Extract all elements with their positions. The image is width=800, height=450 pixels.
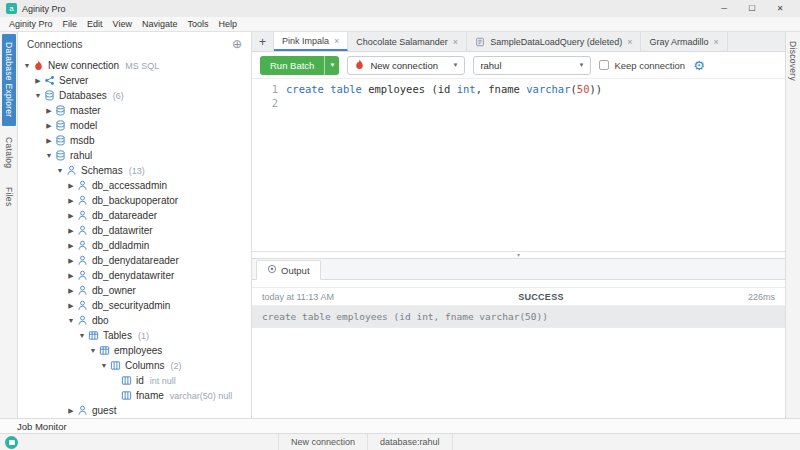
rail-tab-discovery[interactable]: Discovery — [787, 35, 799, 87]
tree-item-db-datawriter[interactable]: ▶db_datawriter — [18, 223, 251, 238]
database-icon — [54, 150, 67, 162]
rail-tab-catalog[interactable]: Catalog — [2, 129, 16, 176]
tree-item-db-backupoperator[interactable]: ▶db_backupoperator — [18, 193, 251, 208]
output-tab[interactable]: Output — [256, 260, 321, 280]
schema-icon — [76, 240, 89, 252]
tree-item-schemas[interactable]: ▼Schemas(13) — [18, 163, 251, 178]
tree-item-dbo[interactable]: ▼dbo — [18, 313, 251, 328]
database-select[interactable]: rahul ▼ — [473, 56, 591, 75]
menu-navigate[interactable]: Navigate — [137, 19, 183, 29]
tab-close-icon[interactable]: × — [714, 37, 719, 47]
expander-icon[interactable]: ▼ — [88, 347, 98, 354]
expander-icon[interactable]: ▼ — [66, 317, 76, 324]
tree-item-employees[interactable]: ▼employees — [18, 343, 251, 358]
tree-item-label: dbo — [92, 315, 109, 326]
expander-icon[interactable]: ▶ — [66, 212, 76, 220]
tree-item-columns[interactable]: ▼Columns(2) — [18, 358, 251, 373]
editor-tab-sampledataloadquery-deleted[interactable]: SampleDataLoadQuery (deleted)× — [467, 32, 641, 51]
expander-icon[interactable]: ▶ — [66, 302, 76, 310]
output-panel: Output today at 11:13 AMSUCCESS226mscrea… — [252, 258, 785, 418]
minimize-button[interactable]: ─ — [710, 0, 738, 17]
entry-sql-text: create table employees (id int, fname va… — [252, 306, 785, 327]
expander-icon[interactable]: ▼ — [77, 332, 87, 339]
tree-item-label: db_datawriter — [92, 225, 153, 236]
expander-icon[interactable]: ▶ — [66, 287, 76, 295]
run-batch-button[interactable]: Run Batch — [260, 56, 324, 75]
job-monitor-label: Job Monitor — [17, 421, 67, 432]
output-target-icon — [267, 264, 277, 276]
table-icon — [98, 345, 111, 357]
expander-icon[interactable]: ▼ — [55, 167, 65, 174]
job-status-indicator[interactable] — [5, 436, 18, 449]
tree-item-db-ddladmin[interactable]: ▶db_ddladmin — [18, 238, 251, 253]
menu-aginity-pro[interactable]: Aginity Pro — [4, 19, 58, 29]
tree-item-db-accessadmin[interactable]: ▶db_accessadmin — [18, 178, 251, 193]
connections-header: Connections ⊕ — [18, 32, 251, 56]
tree-item-guest[interactable]: ▶guest — [18, 403, 251, 418]
rail-tab-files[interactable]: Files — [2, 179, 16, 214]
entry-duration: 226ms — [748, 292, 775, 302]
job-monitor-bar[interactable]: Job Monitor — [0, 418, 800, 433]
tree-item-db-denydatawriter[interactable]: ▶db_denydatawriter — [18, 268, 251, 283]
expander-icon[interactable]: ▶ — [44, 107, 54, 115]
tab-close-icon[interactable]: × — [453, 37, 458, 47]
tree-item-id[interactable]: idint null — [18, 373, 251, 388]
menu-view[interactable]: View — [108, 19, 137, 29]
expander-icon[interactable]: ▶ — [44, 122, 54, 130]
expander-icon[interactable]: ▶ — [66, 182, 76, 190]
tree-item-tables[interactable]: ▼Tables(1) — [18, 328, 251, 343]
expander-icon[interactable]: ▼ — [99, 362, 109, 369]
output-entry[interactable]: today at 11:13 AMSUCCESS226mscreate tabl… — [252, 287, 785, 328]
expander-icon[interactable]: ▶ — [66, 197, 76, 205]
expander-icon[interactable]: ▼ — [22, 62, 32, 69]
tree-item-db-securityadmin[interactable]: ▶db_securityadmin — [18, 298, 251, 313]
expander-icon[interactable]: ▶ — [33, 77, 43, 85]
editor-area: + Pink Impala×Chocolate Salamander×Sampl… — [252, 32, 785, 418]
schema-icon — [76, 195, 89, 207]
maximize-button[interactable]: ☐ — [738, 0, 766, 17]
expander-icon[interactable]: ▶ — [66, 272, 76, 280]
database-select-value: rahul — [480, 60, 501, 71]
tree-item-suffix: (13) — [129, 166, 145, 176]
tree-item-new-connection[interactable]: ▼New connectionMS SQL — [18, 58, 251, 73]
menu-help[interactable]: Help — [213, 19, 242, 29]
new-tab-button[interactable]: + — [252, 32, 274, 51]
expander-icon[interactable]: ▶ — [66, 407, 76, 415]
tree-item-db-denydatareader[interactable]: ▶db_denydatareader — [18, 253, 251, 268]
tree-item-model[interactable]: ▶model — [18, 118, 251, 133]
menu-edit[interactable]: Edit — [82, 19, 108, 29]
tab-close-icon[interactable]: × — [334, 36, 339, 46]
tab-close-icon[interactable]: × — [627, 37, 632, 47]
code-area[interactable]: create table employees (id int, fname va… — [286, 79, 785, 251]
add-connection-button[interactable]: ⊕ — [232, 38, 242, 50]
editor-tab-pink-impala[interactable]: Pink Impala× — [274, 32, 348, 51]
tree-item-server[interactable]: ▶Server — [18, 73, 251, 88]
code-line — [286, 96, 785, 110]
keep-connection-checkbox[interactable] — [599, 60, 609, 70]
editor-tab-gray-armadillo[interactable]: Gray Armadillo× — [641, 32, 727, 51]
tree-item-fname[interactable]: fnamevarchar(50) null — [18, 388, 251, 403]
tree-item-master[interactable]: ▶master — [18, 103, 251, 118]
connection-icon — [32, 60, 45, 72]
tree-item-db-datareader[interactable]: ▶db_datareader — [18, 208, 251, 223]
run-batch-dropdown-icon[interactable]: ▼ — [324, 56, 339, 75]
tree-item-db-owner[interactable]: ▶db_owner — [18, 283, 251, 298]
server-icon — [43, 75, 56, 87]
editor-tab-chocolate-salamander[interactable]: Chocolate Salamander× — [348, 32, 467, 51]
tree-item-rahul[interactable]: ▼rahul — [18, 148, 251, 163]
tree-item-databases[interactable]: ▼Databases(6) — [18, 88, 251, 103]
expander-icon[interactable]: ▶ — [66, 227, 76, 235]
connection-select[interactable]: New connection ▼ — [347, 56, 465, 75]
expander-icon[interactable]: ▶ — [66, 242, 76, 250]
menu-tools[interactable]: Tools — [182, 19, 213, 29]
expander-icon[interactable]: ▶ — [44, 137, 54, 145]
menu-file[interactable]: File — [58, 19, 83, 29]
expander-icon[interactable]: ▼ — [33, 92, 43, 99]
editor-output-splitter[interactable]: ▾ — [252, 251, 785, 258]
settings-gear-icon[interactable]: ⚙ — [693, 59, 705, 72]
tree-item-msdb[interactable]: ▶msdb — [18, 133, 251, 148]
expander-icon[interactable]: ▼ — [44, 152, 54, 159]
rail-tab-database-explorer[interactable]: Database Explorer — [2, 34, 16, 126]
close-button[interactable]: ✕ — [766, 0, 794, 17]
expander-icon[interactable]: ▶ — [66, 257, 76, 265]
